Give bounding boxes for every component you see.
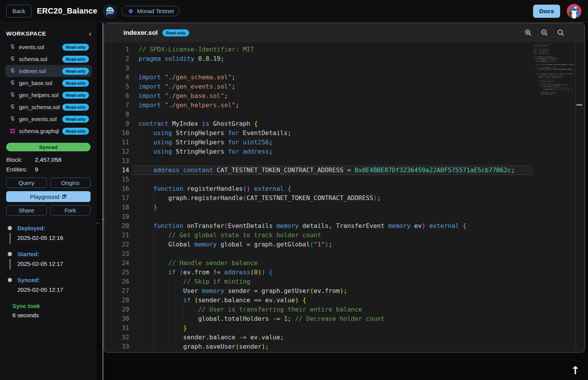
readonly-badge: Read-only <box>62 92 89 99</box>
code-line: 22 Global memory global = graph.getGloba… <box>104 240 584 249</box>
timeline-dot <box>8 226 12 230</box>
sidebar-resize-handle-icon[interactable]: → ← <box>96 217 106 226</box>
code-line: 18 } <box>104 203 584 212</box>
code-line: 20 function onTransfer(EventDetails memo… <box>104 221 584 231</box>
code-line: 30 global.totalHolders -= 1; // Decrease… <box>104 314 584 324</box>
file-name: gen_helpers.sol <box>19 92 58 98</box>
readonly-badge: Read-only <box>62 44 89 51</box>
timeline-item: Synced:2025-02-05 12:17 <box>8 277 91 293</box>
code-line: 2pragma solidity 0.8.19; <box>104 54 584 63</box>
page-title: ERC20_Balance <box>37 7 97 15</box>
timeline-value: 2025-02-05 12:17 <box>17 260 91 267</box>
file-name: events.sol <box>19 44 44 50</box>
code-line: 24 // Handle sender balance <box>104 258 584 268</box>
playground-button[interactable]: Playground <box>6 191 91 202</box>
timeline-label: Started: <box>17 251 91 257</box>
editor-header: indexer.sol Read-only <box>104 23 585 42</box>
solidity-file-icon <box>10 56 15 62</box>
workspace-title: WORKSPACE <box>6 30 46 37</box>
code-lines: 1// SPDX-License-Identifier: MIT2pragma … <box>104 45 584 350</box>
zoom-in-icon[interactable] <box>525 29 532 36</box>
file-name: gen_base.sol <box>19 80 52 86</box>
code-line: 8 <box>104 110 584 119</box>
file-item-gen_helpers.sol[interactable]: gen_helpers.solRead-only <box>5 89 92 101</box>
file-item-events.sol[interactable]: events.solRead-only <box>5 41 92 53</box>
docs-button[interactable]: Docs <box>533 5 560 18</box>
code-line: 19 <box>104 212 584 221</box>
graphql-file-icon <box>10 128 15 134</box>
file-item-schema.graphql[interactable]: schema.graphqlRead-only <box>5 125 92 137</box>
editor-filename: indexer.sol <box>123 29 158 37</box>
code-line: 21 // Get global state to track holder c… <box>104 231 584 240</box>
timeline-item: Started:2025-02-05 12:17 <box>8 251 91 267</box>
code-line-current: 14 address constant CAT_TESTNET_TOKEN_CO… <box>104 166 584 175</box>
file-item-gen_events.sol[interactable]: gen_events.solRead-only <box>5 113 92 125</box>
avatar[interactable] <box>567 4 581 19</box>
sidebar-divider <box>103 23 103 380</box>
collapse-sidebar-icon[interactable]: ‹ <box>89 31 91 36</box>
sync-took-label: Sync took <box>12 303 91 309</box>
block-value: 2,457,058 <box>35 156 62 163</box>
timeline-label: Synced: <box>17 277 91 283</box>
workspace-sidebar: WORKSPACE ‹ events.solRead-onlyschema.so… <box>0 23 97 380</box>
entities-value: 9 <box>35 166 38 173</box>
code-line: 17 graph.registerHandle(CAT_TESTNET_TOKE… <box>104 193 584 203</box>
query-button[interactable]: Query <box>6 178 47 188</box>
network-badge: Monad Testnet <box>121 6 180 16</box>
code-line: 15 <box>104 175 584 184</box>
code-line: 5import "./gen_events.sol"; <box>104 82 584 91</box>
code-line: 26 // Skip if minting <box>104 277 584 286</box>
file-name: schema.sol <box>19 56 47 62</box>
file-name: indexer.sol <box>19 68 46 74</box>
readonly-badge: Read-only <box>62 80 89 87</box>
solidity-file-icon <box>10 116 15 122</box>
zoom-out-icon[interactable] <box>541 29 548 36</box>
timeline-connector <box>10 233 10 244</box>
file-name: gen_schema.sol <box>19 104 60 110</box>
solidity-file-icon <box>10 68 15 74</box>
scroll-to-top-button[interactable]: ↑ <box>571 365 580 376</box>
search-icon[interactable] <box>557 29 564 36</box>
origins-button[interactable]: Origins <box>50 178 91 188</box>
share-button[interactable]: Share <box>6 205 47 216</box>
file-item-schema.sol[interactable]: schema.solRead-only <box>5 53 92 65</box>
code-line: 1// SPDX-License-Identifier: MIT <box>104 45 584 54</box>
file-item-indexer.sol[interactable]: indexer.solRead-only <box>5 65 92 77</box>
code-line: 16 function registerHandles() external { <box>104 184 584 193</box>
sync-took-value: 6 seconds <box>12 312 91 318</box>
timeline-item: Deployed:2025-02-05 12:16 <box>8 225 91 241</box>
code-line: 25 if (ev.from != address(0)) { <box>104 268 584 277</box>
readonly-badge: Read-only <box>62 128 89 135</box>
back-button[interactable]: Back <box>6 5 31 17</box>
playground-label: Playground <box>30 193 60 200</box>
solidity-file-icon <box>10 44 15 50</box>
scrollbar-thumb[interactable] <box>576 104 582 106</box>
code-line: 12 using StringHelpers for address; <box>104 147 584 156</box>
timeline-label: Deployed: <box>17 225 91 231</box>
editor-readonly-badge: Read-only <box>162 29 189 36</box>
fork-button[interactable]: Fork <box>50 205 91 216</box>
scrollbar-track[interactable] <box>576 42 576 350</box>
network-label: Monad Testnet <box>137 8 174 14</box>
code-line: 23 <box>104 249 584 258</box>
code-line: 28 if (sender.balance == ev.value) { <box>104 296 584 305</box>
code-line: 33 graph.saveUser(sender); <box>104 342 584 350</box>
code-line: 6import "./gen_base.sol"; <box>104 91 584 101</box>
file-item-gen_schema.sol[interactable]: gen_schema.solRead-only <box>5 101 92 113</box>
timeline-connector <box>10 259 10 270</box>
ghost-logo-icon <box>103 4 117 19</box>
readonly-badge: Read-only <box>62 104 89 111</box>
readonly-badge: Read-only <box>62 56 89 63</box>
file-name: gen_events.sol <box>19 116 57 122</box>
block-label: Block: <box>6 156 35 163</box>
timeline-value: 2025-02-05 12:16 <box>17 235 91 241</box>
readonly-badge: Read-only <box>62 68 89 75</box>
code-line: 27 User memory sender = graph.getUser(ev… <box>104 286 584 296</box>
readonly-badge: Read-only <box>62 116 89 123</box>
code-line: 3 <box>104 63 584 73</box>
code-viewport[interactable]: 1// SPDX-License-Identifier: MIT2pragma … <box>104 42 584 350</box>
minimap[interactable]: // SPDX-License-Identifier: MITpragma so… <box>533 44 574 95</box>
file-item-gen_base.sol[interactable]: gen_base.solRead-only <box>5 77 92 89</box>
solidity-file-icon <box>10 92 15 98</box>
top-bar: Back ERC20_Balance Monad Testnet Docs <box>0 0 588 22</box>
